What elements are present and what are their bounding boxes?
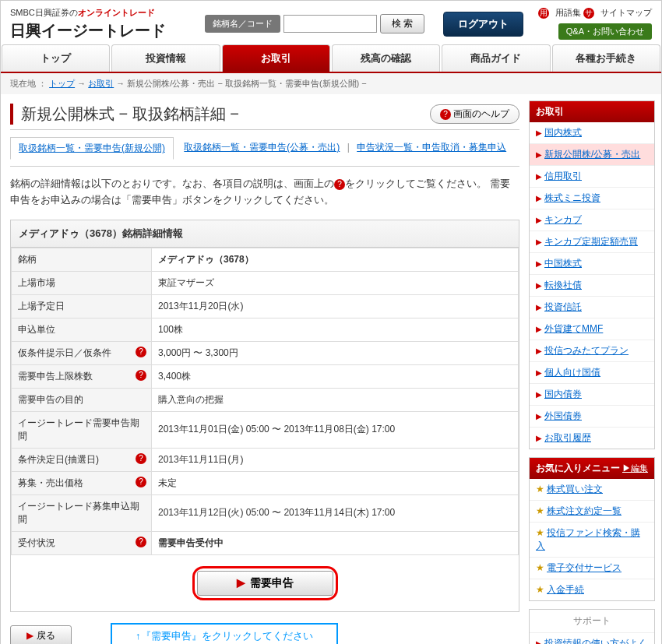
detail-label: 仮条件提示日／仮条件? [12,341,152,364]
subtab-link[interactable]: 申告状況一覧・申告取消・募集申込 [357,142,506,153]
main-nav: トップ投資情報お取引残高の確認商品ガイド各種お手続き [1,44,661,73]
subtab-active[interactable]: 取扱銘柄一覧・需要申告(新規公開) [10,137,174,160]
sidebar-item[interactable]: ★株式買い注文 [530,479,654,501]
glossary-link[interactable]: 用語集 [555,8,581,17]
sidebar-item[interactable]: ▶キンカブ定期定額売買 [530,231,654,253]
page-title: 新規公開株式 − 取扱銘柄詳細 − [10,104,430,125]
detail-value: 2013年11月11日(月) [152,448,519,471]
question-icon[interactable]: ? [334,179,345,190]
sidebar-item[interactable]: ▶投信つみたてプラン [530,340,654,362]
sidebar-item[interactable]: ▶中国株式 [530,253,654,275]
arrow-icon: ▶ [536,172,542,181]
sidebar-item[interactable]: ▶お取引履歴 [530,428,654,449]
detail-label: 需要申告の目的 [12,388,152,411]
detail-label: 需要申告上限株数? [12,364,152,388]
arrow-icon: ▶ [536,303,542,311]
detail-label: 上場市場 [12,271,152,294]
subtab-link[interactable]: 取扱銘柄一覧・需要申告(公募・売出) [184,142,340,153]
detail-label: イージートレード需要申告期間 [12,411,152,448]
question-icon[interactable]: ? [136,347,146,357]
arrow-icon: ▶ [536,259,542,268]
breadcrumb-link[interactable]: トップ [49,79,75,88]
question-icon[interactable]: ? [136,370,146,381]
qa-button[interactable]: Q&A・お問い合わせ [558,23,652,40]
detail-value: 3,400株 [152,364,519,388]
detail-value: 2013年11月12日(火) 05:00 〜 2013年11月14日(木) 17… [152,494,519,531]
nav-tab[interactable]: お取引 [222,44,330,72]
sidebar-item[interactable]: ▶外国債券 [530,406,654,428]
help-button[interactable]: ?画面のヘルプ [430,104,519,124]
arrow-icon: ▶ [536,412,542,421]
detail-label: 銘柄 [12,248,152,271]
detail-label: 申込単位 [12,318,152,341]
breadcrumb-link[interactable]: お取引 [88,79,114,88]
detail-value: 未定 [152,471,519,494]
sub-tabs: 取扱銘柄一覧・需要申告(新規公開) 取扱銘柄一覧・需要申告(公募・売出) | 申… [10,136,519,159]
search-input[interactable] [283,15,377,33]
sidebar-item[interactable]: ▶外貨建てMMF [530,318,654,340]
nav-tab[interactable]: 商品ガイド [442,44,550,72]
sidebar-item[interactable]: ▶信用取引 [530,166,654,188]
logout-button[interactable]: ログアウト [443,12,523,37]
detail-value: 購入意向の把握 [152,388,519,411]
detail-label: イージートレード募集申込期間 [12,494,152,531]
sitemap-link[interactable]: サイトマップ [600,8,652,17]
arrow-icon: ▶ [536,325,542,333]
sitemap-icon: サ [583,8,594,19]
detail-label: 上場予定日 [12,294,152,318]
sidebar-item[interactable]: ★投信ファンド検索・購入 [530,523,654,558]
arrow-icon: ▶ [536,347,542,355]
sidebar-item[interactable]: ▶新規公開株/公募・売出 [530,144,654,166]
arrow-icon: ▶ [536,194,542,202]
nav-tab[interactable]: トップ [2,44,110,72]
sidebar-item[interactable]: ★入金手続 [530,579,654,600]
sidebar-item[interactable]: ▶国内債券 [530,384,654,406]
apply-button[interactable]: ▶需要申告 [197,571,333,596]
detail-table: 銘柄メディアドゥ（3678）上場市場東証マザーズ上場予定日2013年11月20日… [11,248,519,555]
detail-value: 2013年11月20日(水) [152,294,519,318]
fav-edit-link[interactable]: ▶編集 [622,463,648,474]
star-icon: ★ [536,484,544,494]
star-icon: ★ [536,584,544,595]
sidebar-item[interactable]: ▶国内株式 [530,122,654,144]
search-label: 銘柄名／コード [205,15,280,33]
detail-title: メディアドゥ（3678）銘柄詳細情報 [11,220,519,248]
nav-tab[interactable]: 各種お手続き [552,44,660,72]
back-button[interactable]: ▶戻る [10,625,72,644]
sidebar-item[interactable]: ▶個人向け国債 [530,362,654,384]
question-icon[interactable]: ? [136,477,146,487]
sidebar-item[interactable]: ▶キンカブ [530,209,654,231]
detail-label: 受付状況? [12,531,152,554]
arrow-icon: ▶ [536,128,542,137]
detail-label: 条件決定日(抽選日)? [12,448,152,471]
question-icon[interactable]: ? [136,537,146,547]
question-icon: ? [440,109,451,120]
sidebar-item[interactable]: ★株式注文約定一覧 [530,501,654,523]
arrow-icon: ▶ [536,150,542,159]
play-icon: ▶ [237,576,245,589]
question-icon[interactable]: ? [136,453,146,464]
search-button[interactable]: 検 索 [380,14,424,33]
sidebar-support-header: サポート [530,610,654,633]
detail-value: 3,000円 〜 3,300円 [152,341,519,364]
sidebar-item[interactable]: ▶株式ミニ投資 [530,188,654,209]
arrow-icon: ▶ [536,639,542,644]
breadcrumb: 現在地 ： トップ → お取引 → 新規公開株/公募・売出 − 取扱銘柄一覧・需… [1,73,661,94]
arrow-icon: ▶ [536,216,542,224]
sidebar-item[interactable]: ★電子交付サービス [530,558,654,579]
sidebar-item[interactable]: ▶投資信託 [530,297,654,318]
arrow-icon: ▶ [536,390,542,399]
sidebar-item[interactable]: ▶転換社債 [530,275,654,297]
sidebar-item[interactable]: ▶投資情報の使い方がよくわからない時 [530,633,654,644]
arrow-icon: ▶ [536,434,542,442]
nav-tab[interactable]: 残高の確認 [332,44,440,72]
description: 銘柄の詳細情報は以下のとおりです。なお、各項目の説明は、画面上の?をクリックして… [10,176,519,209]
star-icon: ★ [536,505,544,516]
nav-tab[interactable]: 投資情報 [111,44,220,72]
arrow-icon: ▶ [536,238,542,246]
instruction: ↑『需要申告』をクリックしてください [111,623,338,644]
star-icon: ★ [536,562,544,573]
detail-value: 東証マザーズ [152,271,519,294]
sidebar-trading-header: お取引 [530,101,654,122]
glossary-icon: 用 [538,8,549,19]
